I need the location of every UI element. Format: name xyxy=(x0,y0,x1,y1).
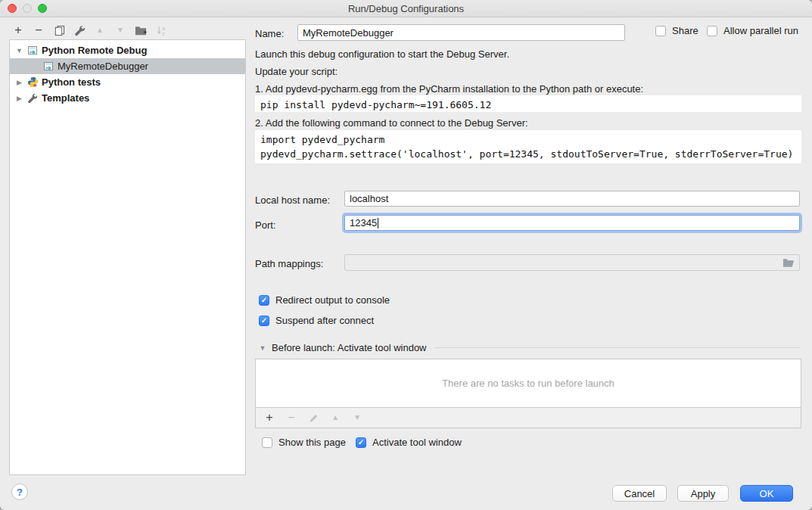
tasks-toolbar: + − ▲ ▼ xyxy=(256,407,801,428)
chevron-expanded-icon[interactable]: ▼ xyxy=(259,344,266,352)
browse-folder-icon[interactable] xyxy=(782,258,795,268)
redirect-output-row: ✓ Redirect output to console xyxy=(259,294,390,306)
chevron-collapsed-icon[interactable]: ▶ xyxy=(15,79,23,86)
name-input-value: MyRemoteDebugger xyxy=(303,27,394,39)
intro-line-1: Launch this debug configuration to start… xyxy=(255,48,509,60)
close-window-button[interactable] xyxy=(8,4,17,13)
tree-item-label: MyRemoteDebugger xyxy=(58,61,148,72)
allow-parallel-run-checkbox[interactable] xyxy=(707,26,717,36)
title-bar: Run/Debug Configurations xyxy=(0,0,812,17)
remote-debug-config-icon xyxy=(26,45,39,57)
port-label: Port: xyxy=(255,219,275,231)
pip-install-code: pip install pydevd-pycharm~=191.6605.12 xyxy=(255,95,801,112)
show-this-page-checkbox[interactable] xyxy=(262,437,272,448)
copy-configuration-icon[interactable] xyxy=(53,23,65,37)
activate-tool-window-row: ✓ Activate tool window xyxy=(356,437,462,448)
separator-line xyxy=(435,347,800,348)
move-down-icon: ▼ xyxy=(114,23,126,37)
remove-task-icon: − xyxy=(285,411,297,424)
move-task-up-icon: ▲ xyxy=(329,411,341,424)
local-host-name-value: localhost xyxy=(350,193,388,204)
configurations-tree: ▼ Python Remote Debug MyRemoteDebugger ▶… xyxy=(9,39,246,475)
port-input[interactable]: 12345 xyxy=(344,215,800,231)
show-this-page-row: Show this page xyxy=(262,437,346,448)
step-2-text: 2. Add the following command to connect … xyxy=(255,117,528,129)
tree-item-myremotedebugger[interactable]: MyRemoteDebugger xyxy=(10,58,245,74)
text-cursor xyxy=(378,218,378,229)
share-checkbox-row: Share xyxy=(655,25,698,36)
help-question-icon: ? xyxy=(17,487,23,498)
chevron-expanded-icon[interactable]: ▼ xyxy=(15,47,23,54)
redirect-output-checkbox[interactable]: ✓ xyxy=(259,295,269,306)
path-mappings-input[interactable] xyxy=(344,254,800,271)
local-host-name-label: Local host name: xyxy=(255,194,330,206)
tasks-empty-message: There are no tasks to run before launch xyxy=(256,359,801,407)
tree-item-python-remote-debug[interactable]: ▼ Python Remote Debug xyxy=(10,42,245,58)
ok-button[interactable]: OK xyxy=(740,485,793,502)
share-label: Share xyxy=(672,25,698,36)
name-input[interactable]: MyRemoteDebugger xyxy=(297,24,625,41)
move-up-icon: ▲ xyxy=(94,23,106,37)
allow-parallel-run-checkbox-row: Allow parallel run xyxy=(707,25,798,36)
settrace-code-line-2: pydevd_pycharm.settrace('localhost', por… xyxy=(260,148,793,160)
before-launch-title: Before launch: Activate tool window xyxy=(272,342,427,353)
run-debug-configurations-dialog: Run/Debug Configurations + − ▲ ▼ az ▼ Py… xyxy=(0,0,812,510)
sort-alphabetically-icon: az xyxy=(155,23,167,37)
before-launch-header: ▼ Before launch: Activate tool window xyxy=(259,342,800,353)
show-this-page-label: Show this page xyxy=(278,437,346,448)
edit-templates-wrench-icon[interactable] xyxy=(73,23,86,37)
tree-item-label: Templates xyxy=(42,92,89,104)
step-1-text: 1. Add pydevd-pycharm.egg from the PyCha… xyxy=(255,83,643,95)
path-mappings-label: Path mappings: xyxy=(255,258,323,269)
add-task-icon[interactable]: + xyxy=(263,411,275,424)
before-launch-tasks-panel: There are no tasks to run before launch … xyxy=(255,359,801,428)
tree-item-label: Python tests xyxy=(42,76,101,88)
chevron-collapsed-icon[interactable]: ▶ xyxy=(15,95,23,102)
local-host-name-input[interactable]: localhost xyxy=(344,191,800,207)
python-tests-icon xyxy=(26,76,39,89)
name-label: Name: xyxy=(255,28,284,39)
suspend-after-connect-label: Suspend after connect xyxy=(275,315,374,326)
settrace-code-line-1: import pydevd_pycharm xyxy=(260,134,384,145)
svg-text:z: z xyxy=(162,30,164,36)
window-controls xyxy=(8,4,47,13)
configurations-toolbar: + − ▲ ▼ az xyxy=(12,23,167,38)
settrace-code: import pydevd_pycharm pydevd_pycharm.set… xyxy=(255,130,801,163)
minimize-window-button xyxy=(23,4,32,13)
activate-tool-window-label: Activate tool window xyxy=(372,437,462,448)
allow-parallel-run-label: Allow parallel run xyxy=(723,25,798,36)
templates-wrench-icon xyxy=(26,92,39,104)
add-configuration-icon[interactable]: + xyxy=(12,23,24,37)
suspend-after-connect-checkbox[interactable]: ✓ xyxy=(259,316,269,326)
help-button[interactable]: ? xyxy=(11,484,28,500)
suspend-after-connect-row: ✓ Suspend after connect xyxy=(259,315,374,326)
create-folder-icon[interactable] xyxy=(135,23,147,37)
remove-configuration-icon[interactable]: − xyxy=(33,23,45,37)
zoom-window-button[interactable] xyxy=(38,4,47,13)
apply-button[interactable]: Apply xyxy=(677,485,729,502)
tree-item-label: Python Remote Debug xyxy=(42,45,147,56)
edit-task-pencil-icon xyxy=(307,411,319,424)
tree-item-python-tests[interactable]: ▶ Python tests xyxy=(10,74,245,90)
activate-tool-window-checkbox[interactable]: ✓ xyxy=(356,437,366,448)
window-title: Run/Debug Configurations xyxy=(348,3,464,14)
remote-debug-config-icon xyxy=(42,61,54,73)
svg-text:a: a xyxy=(162,25,165,30)
cancel-button[interactable]: Cancel xyxy=(612,485,667,502)
share-checkbox[interactable] xyxy=(655,26,666,36)
move-task-down-icon: ▼ xyxy=(351,411,363,424)
intro-line-2: Update your script: xyxy=(255,66,338,77)
port-value: 12345 xyxy=(350,217,377,229)
tree-item-templates[interactable]: ▶ Templates xyxy=(10,90,245,106)
redirect-output-label: Redirect output to console xyxy=(275,294,390,306)
